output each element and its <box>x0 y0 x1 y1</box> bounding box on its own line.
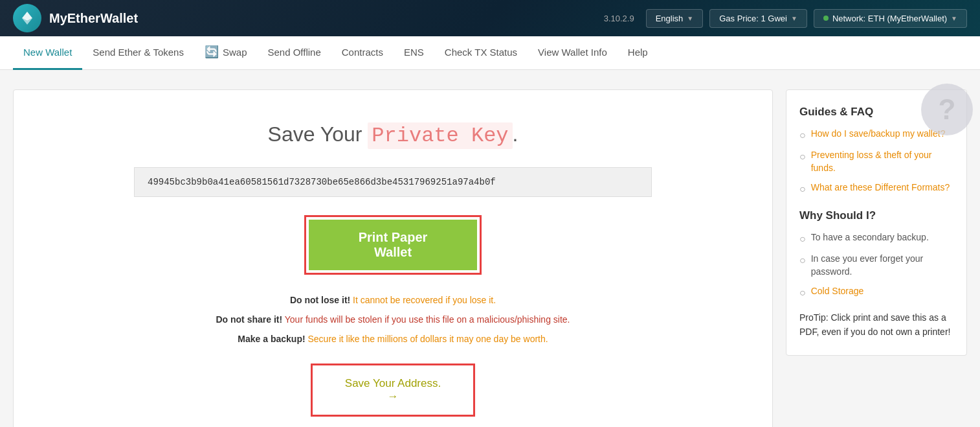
save-address-button-wrapper: Save Your Address. → <box>311 364 475 417</box>
question-mark-icon: ? <box>921 84 973 135</box>
bullet-icon: ○ <box>799 182 806 196</box>
why-item-1: ○ In case you ever forget your password. <box>799 253 953 278</box>
private-key-display: 49945bc3b9b0a41ea60581561d7328730be65e86… <box>134 167 652 197</box>
protip-text: ProTip: Click print and save this as a P… <box>799 310 953 340</box>
cold-storage-link[interactable]: Cold Storage <box>811 285 864 298</box>
nav-item-swap[interactable]: 🔄 Swap <box>194 36 258 70</box>
nav-item-new-wallet[interactable]: New Wallet <box>13 36 82 70</box>
guides-card: ? Guides & FAQ ○ How do I save/backup my… <box>786 89 967 356</box>
network-selector[interactable]: Network: ETH (MyEtherWallet) ▼ <box>814 9 967 28</box>
nav-item-send-ether[interactable]: Send Ether & Tokens <box>82 36 194 70</box>
version-label: 3.10.2.9 <box>604 14 634 23</box>
network-label: Network: ETH (MyEtherWallet) <box>832 14 947 23</box>
gas-price-label: Gas Price: 1 Gwei <box>719 14 787 23</box>
content-card: Save Your Private Key. 49945bc3b9b0a41ea… <box>13 89 773 427</box>
navigation: New Wallet Send Ether & Tokens 🔄 Swap Se… <box>0 36 980 70</box>
bullet-icon: ○ <box>799 128 806 143</box>
logo-icon <box>13 4 41 32</box>
nav-item-view-wallet[interactable]: View Wallet Info <box>528 36 618 70</box>
main-content: Save Your Private Key. 49945bc3b9b0a41ea… <box>0 70 980 427</box>
header-right: 3.10.2.9 English ▼ Gas Price: 1 Gwei ▼ N… <box>604 9 967 28</box>
guide-link-0[interactable]: ○ How do I save/backup my wallet? <box>799 128 953 143</box>
chevron-down-icon: ▼ <box>951 15 957 22</box>
bullet-icon: ○ <box>799 232 806 246</box>
chevron-down-icon: ▼ <box>687 15 693 22</box>
guide-link-2[interactable]: ○ What are these Different Formats? <box>799 181 953 196</box>
why-item-2: ○ Cold Storage <box>799 285 953 300</box>
language-label: English <box>656 14 684 23</box>
nav-item-contracts[interactable]: Contracts <box>331 36 394 70</box>
print-button-wrapper: Print Paper Wallet <box>304 215 482 275</box>
page-title: Save Your Private Key. <box>268 122 518 148</box>
chevron-down-icon: ▼ <box>791 15 797 22</box>
warning-backup: Make a backup! Secure it like the millio… <box>238 332 548 347</box>
bullet-icon: ○ <box>799 150 806 164</box>
nav-item-help[interactable]: Help <box>618 36 658 70</box>
sidebar: ? Guides & FAQ ○ How do I save/backup my… <box>786 89 967 427</box>
header-left: MyEtherWallet <box>13 4 138 32</box>
save-your-address-button[interactable]: Save Your Address. → <box>315 368 471 412</box>
language-selector[interactable]: English ▼ <box>646 9 704 28</box>
gas-price-selector[interactable]: Gas Price: 1 Gwei ▼ <box>709 9 807 28</box>
warning-share: Do not share it! Your funds will be stol… <box>216 312 570 328</box>
private-key-title-highlight: Private Key <box>368 122 512 149</box>
warning-lose: Do not lose it! It cannot be recovered i… <box>290 293 496 308</box>
bullet-icon: ○ <box>799 253 806 268</box>
nav-item-ens[interactable]: ENS <box>394 36 434 70</box>
nav-item-check-tx[interactable]: Check TX Status <box>434 36 528 70</box>
why-item-0: ○ To have a secondary backup. <box>799 231 953 246</box>
header: MyEtherWallet 3.10.2.9 English ▼ Gas Pri… <box>0 0 980 36</box>
guide-link-1[interactable]: ○ Preventing loss & theft of your funds. <box>799 149 953 174</box>
brand-name: MyEtherWallet <box>49 11 138 26</box>
bullet-icon: ○ <box>799 286 806 300</box>
why-title: Why Should I? <box>799 209 953 222</box>
swap-icon: 🔄 <box>205 45 219 59</box>
nav-item-send-offline[interactable]: Send Offline <box>257 36 331 70</box>
network-status-dot <box>823 16 829 21</box>
print-paper-wallet-button[interactable]: Print Paper Wallet <box>309 220 477 270</box>
